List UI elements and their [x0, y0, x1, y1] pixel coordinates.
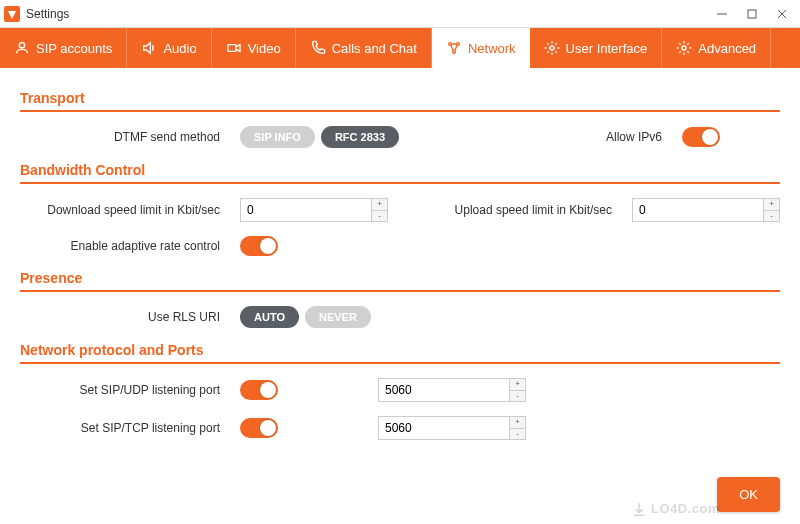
- tab-audio[interactable]: Audio: [127, 28, 211, 68]
- rls-never-option[interactable]: NEVER: [305, 306, 371, 328]
- tab-sip-accounts[interactable]: SIP accounts: [0, 28, 127, 68]
- download-speed-down[interactable]: -: [372, 211, 387, 222]
- window-title: Settings: [26, 7, 69, 21]
- download-speed-input[interactable]: [241, 199, 371, 221]
- sip-tcp-toggle[interactable]: [240, 418, 278, 438]
- section-divider: [20, 110, 780, 112]
- tab-label: SIP accounts: [36, 41, 112, 56]
- sip-tcp-port-wrap: + -: [378, 416, 526, 440]
- tab-video[interactable]: Video: [212, 28, 296, 68]
- tab-label: Video: [248, 41, 281, 56]
- section-divider: [20, 182, 780, 184]
- section-bandwidth-title: Bandwidth Control: [20, 162, 780, 178]
- tab-bar: SIP accounts Audio Video Calls and Chat …: [0, 28, 800, 68]
- ok-button[interactable]: OK: [717, 477, 780, 512]
- sip-udp-port-down[interactable]: -: [510, 391, 525, 402]
- dtmf-rfc2833-option[interactable]: RFC 2833: [321, 126, 399, 148]
- section-ports-title: Network protocol and Ports: [20, 342, 780, 358]
- app-icon: [4, 6, 20, 22]
- dtmf-label: DTMF send method: [20, 130, 220, 144]
- close-button[interactable]: [776, 8, 788, 20]
- sip-tcp-port-up[interactable]: +: [510, 417, 525, 429]
- svg-point-9: [550, 46, 554, 50]
- sip-udp-port-up[interactable]: +: [510, 379, 525, 391]
- dtmf-method-group: SIP INFO RFC 2833: [240, 126, 399, 148]
- adaptive-rate-toggle[interactable]: [240, 236, 278, 256]
- upload-speed-up[interactable]: +: [764, 199, 779, 211]
- sip-tcp-port-input[interactable]: [379, 417, 509, 439]
- rls-uri-group: AUTO NEVER: [240, 306, 371, 328]
- tab-calls-chat[interactable]: Calls and Chat: [296, 28, 432, 68]
- minimize-button[interactable]: [716, 8, 728, 20]
- adaptive-label: Enable adaptive rate control: [20, 239, 220, 253]
- tab-advanced[interactable]: Advanced: [662, 28, 771, 68]
- sip-udp-port-wrap: + -: [378, 378, 526, 402]
- window-controls: [716, 8, 796, 20]
- dtmf-sip-info-option[interactable]: SIP INFO: [240, 126, 315, 148]
- upload-speed-input[interactable]: [633, 199, 763, 221]
- rls-label: Use RLS URI: [20, 310, 220, 324]
- ipv6-label: Allow IPv6: [606, 130, 662, 144]
- title-bar: Settings: [0, 0, 800, 28]
- section-divider: [20, 362, 780, 364]
- sip-udp-port-input[interactable]: [379, 379, 509, 401]
- svg-point-4: [19, 43, 24, 48]
- tab-label: Calls and Chat: [332, 41, 417, 56]
- tab-label: Network: [468, 41, 516, 56]
- ul-limit-label: Upload speed limit in Kbit/sec: [432, 203, 612, 217]
- sip-udp-label: Set SIP/UDP listening port: [20, 383, 220, 397]
- sip-tcp-port-down[interactable]: -: [510, 429, 525, 440]
- tab-label: Audio: [163, 41, 196, 56]
- svg-rect-1: [748, 10, 756, 18]
- upload-speed-down[interactable]: -: [764, 211, 779, 222]
- download-speed-up[interactable]: +: [372, 199, 387, 211]
- section-presence-title: Presence: [20, 270, 780, 286]
- download-speed-input-wrap: + -: [240, 198, 388, 222]
- rls-auto-option[interactable]: AUTO: [240, 306, 299, 328]
- ipv6-toggle[interactable]: [682, 127, 720, 147]
- tab-label: User Interface: [566, 41, 648, 56]
- svg-point-8: [453, 51, 456, 54]
- section-transport-title: Transport: [20, 90, 780, 106]
- upload-speed-input-wrap: + -: [632, 198, 780, 222]
- tab-user-interface[interactable]: User Interface: [530, 28, 663, 68]
- svg-point-10: [682, 46, 686, 50]
- dl-limit-label: Download speed limit in Kbit/sec: [20, 203, 220, 217]
- tab-label: Advanced: [698, 41, 756, 56]
- sip-udp-toggle[interactable]: [240, 380, 278, 400]
- svg-rect-5: [228, 45, 236, 52]
- section-divider: [20, 290, 780, 292]
- sip-tcp-label: Set SIP/TCP listening port: [20, 421, 220, 435]
- settings-content: Transport DTMF send method SIP INFO RFC …: [0, 68, 800, 524]
- tab-network[interactable]: Network: [432, 28, 530, 68]
- maximize-button[interactable]: [746, 8, 758, 20]
